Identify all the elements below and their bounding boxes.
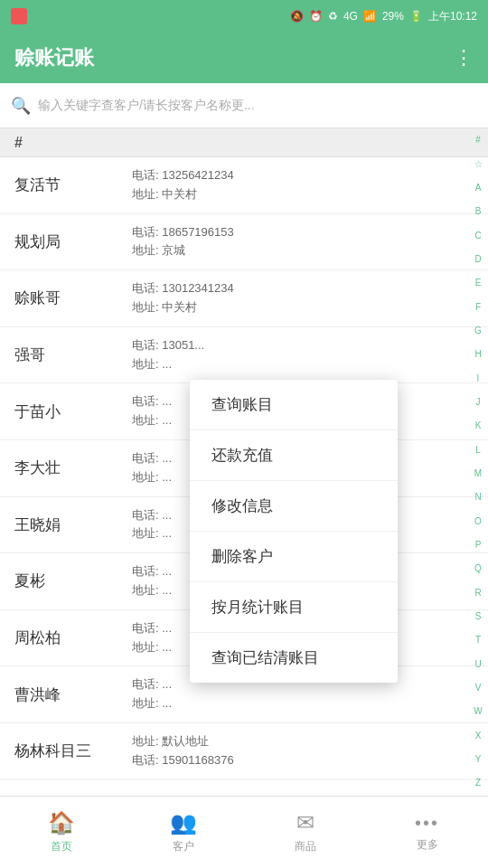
- alpha-item[interactable]: ☆: [474, 159, 483, 170]
- battery-text: 29%: [382, 10, 404, 23]
- alpha-item[interactable]: U: [474, 659, 481, 670]
- menu-item-edit-info[interactable]: 修改信息: [190, 481, 398, 532]
- home-icon: 🏠: [48, 810, 75, 835]
- contact-name: 李大壮: [14, 458, 132, 478]
- alpha-item[interactable]: E: [475, 278, 482, 288]
- list-item[interactable]: 杨林科目三 地址: 默认地址 电话: 15901168376: [0, 723, 488, 780]
- nav-item-products[interactable]: ✉ 商品: [244, 810, 366, 854]
- index-section: #: [0, 128, 488, 157]
- list-item[interactable]: 复活节 电话: 13256421234 地址: 中关村: [0, 157, 488, 214]
- nav-label-customers: 客户: [173, 839, 194, 854]
- alpha-item[interactable]: I: [477, 373, 480, 384]
- contact-phone: 电话: 15901168376: [132, 751, 474, 770]
- alpha-item[interactable]: R: [474, 588, 481, 599]
- alpha-item[interactable]: J: [476, 397, 481, 408]
- contact-details: 地址: 默认地址 电话: 15901168376: [132, 732, 474, 770]
- battery-icon: 🔋: [409, 10, 423, 23]
- contact-details: 电话: 13256421234 地址: 中关村: [132, 166, 474, 204]
- list-item[interactable]: 规划局 电话: 18657196153 地址: 京城: [0, 214, 488, 271]
- more-menu-button[interactable]: ⋮: [454, 46, 474, 70]
- signal-icon: 📶: [363, 10, 377, 23]
- context-dropdown-menu: 查询账目 还款充值 修改信息 删除客户 按月统计账目 查询已结清账目: [190, 380, 398, 683]
- recycle-icon: ♻: [328, 10, 338, 23]
- alpha-item[interactable]: T: [475, 635, 481, 646]
- contact-phone: 电话: 13256421234: [132, 166, 474, 185]
- alarm-icon: ⏰: [309, 10, 323, 23]
- contact-details: 电话: 18657196153 地址: 京城: [132, 223, 474, 261]
- menu-item-settled-accounts[interactable]: 查询已结清账目: [190, 633, 398, 683]
- contact-phone: 电话: 13012341234: [132, 279, 474, 298]
- alpha-item[interactable]: M: [474, 468, 482, 479]
- more-icon: •••: [415, 813, 439, 834]
- alpha-item[interactable]: F: [475, 302, 481, 313]
- contact-address: 地址: ...: [132, 355, 474, 374]
- contact-name: 周松柏: [14, 627, 132, 648]
- search-input[interactable]: 输入关键字查客户/请长按客户名称更...: [38, 98, 477, 114]
- customers-icon: 👥: [170, 810, 197, 835]
- contact-details: 电话: 13051... 地址: ...: [132, 336, 474, 374]
- alpha-item[interactable]: W: [474, 706, 482, 717]
- search-bar[interactable]: 🔍 输入关键字查客户/请长按客户名称更...: [0, 83, 488, 128]
- alpha-item[interactable]: L: [475, 445, 481, 456]
- status-right: 🔕 ⏰ ♻ 4G 📶 29% 🔋 上午10:12: [290, 9, 477, 24]
- index-label: #: [14, 135, 23, 151]
- time-display: 上午10:12: [428, 9, 477, 24]
- menu-item-delete-customer[interactable]: 删除客户: [190, 532, 398, 582]
- page-title: 赊账记账: [14, 44, 94, 71]
- contact-name: 强哥: [14, 344, 132, 365]
- contact-name: 杨林科目三: [14, 741, 132, 761]
- contact-name: 复活节: [14, 175, 132, 195]
- search-icon: 🔍: [11, 96, 31, 116]
- alpha-item[interactable]: Y: [475, 754, 482, 765]
- menu-item-repayment[interactable]: 还款充值: [190, 430, 398, 481]
- contact-phone: 电话: 18657196153: [132, 223, 474, 242]
- alpha-item[interactable]: #: [475, 135, 481, 146]
- alpha-item[interactable]: O: [474, 516, 482, 527]
- contact-name: 曹洪峰: [14, 684, 132, 705]
- contact-name: 于苗小: [14, 401, 132, 422]
- mute-icon: 🔕: [290, 10, 304, 23]
- alpha-item[interactable]: X: [475, 731, 482, 741]
- nav-item-customers[interactable]: 👥 客户: [122, 810, 244, 854]
- contact-address: 地址: 默认地址: [132, 732, 474, 751]
- menu-item-monthly-stats[interactable]: 按月统计账目: [190, 582, 398, 633]
- contact-name: 王晓娟: [14, 514, 132, 535]
- alpha-item[interactable]: S: [475, 611, 482, 622]
- nav-item-home[interactable]: 🏠 首页: [0, 810, 122, 854]
- contact-name: 规划局: [14, 231, 132, 252]
- alpha-item[interactable]: D: [474, 254, 481, 265]
- list-item[interactable]: 赊账哥 电话: 13012341234 地址: 中关村: [0, 270, 488, 327]
- alpha-item[interactable]: P: [475, 540, 482, 551]
- network-type: 4G: [343, 10, 358, 23]
- bottom-navigation: 🏠 首页 👥 客户 ✉ 商品 ••• 更多: [0, 796, 488, 868]
- nav-label-home: 首页: [51, 839, 72, 854]
- alpha-item[interactable]: C: [474, 231, 481, 241]
- alpha-item[interactable]: K: [475, 420, 482, 431]
- nav-item-more[interactable]: ••• 更多: [366, 813, 488, 853]
- alpha-item[interactable]: N: [474, 492, 481, 503]
- alpha-item[interactable]: Q: [474, 563, 482, 574]
- contact-details: 电话: 13012341234 地址: 中关村: [132, 279, 474, 317]
- nav-label-products: 商品: [295, 839, 316, 854]
- alpha-item[interactable]: Z: [475, 778, 481, 788]
- list-item[interactable]: 强哥 电话: 13051... 地址: ...: [0, 327, 488, 384]
- contact-address: 地址: 京城: [132, 241, 474, 260]
- contact-address: 地址: 中关村: [132, 185, 474, 204]
- contact-name: 夏彬: [14, 571, 132, 591]
- alpha-item[interactable]: H: [474, 349, 481, 360]
- menu-item-query-accounts[interactable]: 查询账目: [190, 380, 398, 430]
- status-bar: 🔕 ⏰ ♻ 4G 📶 29% 🔋 上午10:12: [0, 0, 488, 33]
- app-header: 赊账记账 ⋮: [0, 33, 488, 83]
- nav-label-more: 更多: [417, 837, 438, 853]
- contact-phone: 电话: 13051...: [132, 336, 474, 355]
- alpha-item[interactable]: B: [475, 206, 482, 217]
- status-left: [11, 8, 27, 24]
- contact-address: 地址: ...: [132, 694, 474, 713]
- contact-address: 地址: 中关村: [132, 298, 474, 317]
- app-icon: [11, 8, 27, 24]
- alpha-item[interactable]: A: [475, 183, 482, 193]
- alpha-item[interactable]: V: [475, 683, 482, 693]
- alpha-item[interactable]: G: [474, 326, 482, 336]
- alpha-index[interactable]: # ☆ A B C D E F G H I J K L M N O P Q R …: [468, 128, 488, 796]
- products-icon: ✉: [296, 810, 314, 835]
